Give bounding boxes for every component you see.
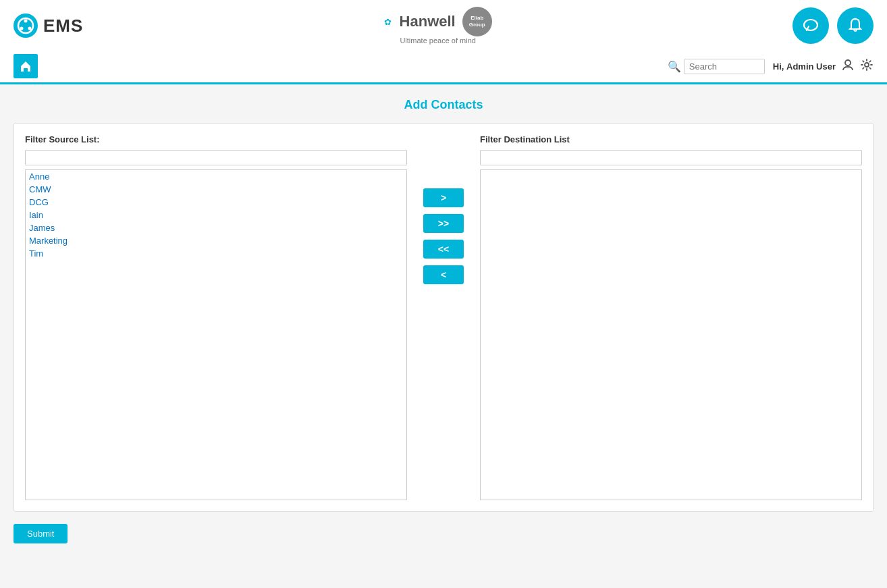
submit-row: Submit [14, 524, 873, 543]
header-right-icons [792, 7, 873, 44]
list-item[interactable]: Anne [26, 170, 406, 183]
svg-point-4 [804, 20, 817, 30]
ems-logo-text: EMS [43, 16, 83, 36]
source-list-panel: Filter Source List: AnneCMWDCGIainJamesM… [25, 134, 407, 500]
move-all-left-button[interactable]: << [423, 240, 464, 259]
gear-icon[interactable] [860, 58, 873, 75]
source-listbox[interactable]: AnneCMWDCGIainJamesMarketingTim [25, 169, 407, 500]
add-contacts-panel: Filter Source List: AnneCMWDCGIainJamesM… [14, 123, 873, 512]
source-list-label: Filter Source List: [25, 134, 407, 144]
search-input[interactable] [684, 59, 765, 74]
bell-button[interactable] [837, 7, 873, 44]
ems-logo-icon [14, 14, 38, 38]
submit-button[interactable]: Submit [14, 524, 68, 543]
user-icon[interactable] [841, 58, 855, 75]
destination-filter-input[interactable] [480, 150, 862, 165]
dual-list-container: Filter Source List: AnneCMWDCGIainJamesM… [25, 134, 862, 500]
svg-point-2 [20, 27, 24, 30]
home-button[interactable] [14, 54, 38, 78]
svg-point-6 [845, 60, 851, 65]
user-name-text: Admin User [786, 61, 836, 72]
list-item[interactable]: CMW [26, 183, 406, 196]
header-nav: 🔍 Hi, Admin User [14, 51, 873, 82]
move-one-left-button[interactable]: < [423, 265, 464, 284]
list-item[interactable]: Iain [26, 209, 406, 221]
user-greeting: Hi, Admin User [773, 61, 836, 72]
move-all-right-button[interactable]: >> [423, 214, 464, 233]
list-item[interactable]: Tim [26, 247, 406, 260]
move-one-right-button[interactable]: > [423, 188, 464, 207]
ems-logo: EMS [14, 14, 83, 38]
header: EMS ✿ Hanwell EliabGroup Ultimate peace … [0, 0, 887, 84]
hanwell-brand-name: Hanwell [400, 13, 456, 30]
ellab-badge: EliabGroup [462, 7, 492, 36]
source-filter-input[interactable] [25, 150, 407, 165]
hanwell-logo: ✿ Hanwell EliabGroup Ultimate peace of m… [384, 7, 492, 45]
destination-list-panel: Filter Destination List [480, 134, 862, 500]
main-content: Add Contacts Filter Source List: AnneCMW… [0, 84, 887, 557]
svg-point-7 [865, 63, 869, 67]
search-area: 🔍 Hi, Admin User [668, 58, 873, 75]
search-icon: 🔍 [668, 60, 681, 73]
svg-point-1 [24, 20, 28, 23]
page-title: Add Contacts [14, 98, 873, 112]
hanwell-tagline: Ultimate peace of mind [400, 36, 476, 45]
svg-point-3 [28, 27, 32, 30]
list-item[interactable]: James [26, 221, 406, 234]
transfer-controls: > >> << < [407, 134, 480, 284]
list-item[interactable]: Marketing [26, 234, 406, 247]
destination-list-label: Filter Destination List [480, 134, 862, 144]
svg-point-5 [854, 18, 856, 20]
list-item[interactable]: DCG [26, 196, 406, 209]
destination-listbox[interactable] [480, 169, 862, 500]
chat-button[interactable] [792, 7, 829, 44]
